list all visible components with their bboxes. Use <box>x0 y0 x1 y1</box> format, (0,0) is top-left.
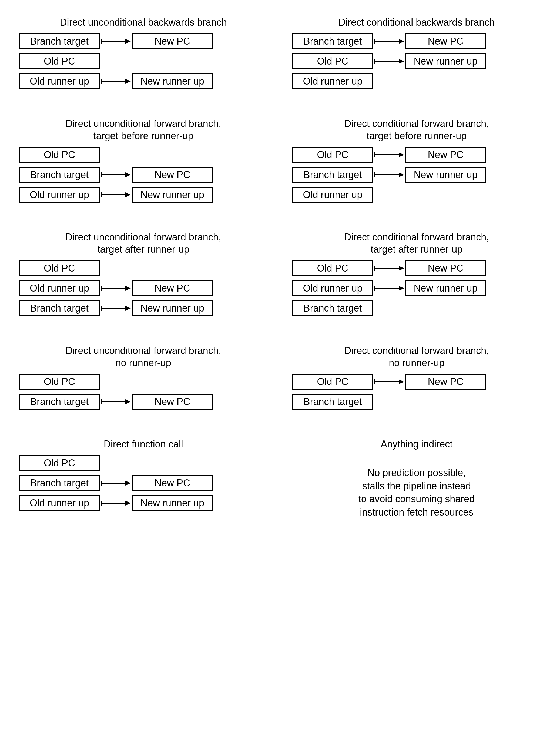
diagram-cell-9: Anything indirectNo prediction possible,… <box>292 438 541 519</box>
diagram-row: Branch target New PC <box>19 33 268 49</box>
svg-marker-50 <box>399 286 404 291</box>
branch-target-box: Branch target <box>19 33 100 49</box>
diagram-row: Branch target New runner up <box>292 167 541 183</box>
arrow-right-icon <box>101 285 131 292</box>
diagram-cell-7: Direct conditional forward branch,no run… <box>292 345 541 414</box>
new-pc-box: New PC <box>132 167 213 183</box>
svg-marker-71 <box>125 481 131 486</box>
diagram-title: Direct conditional forward branch,target… <box>292 118 541 142</box>
svg-marker-23 <box>125 172 131 177</box>
diagram-row: Old PC <box>19 53 268 69</box>
branch-target-box: Branch target <box>19 300 100 316</box>
title-line: Direct conditional forward branch, <box>292 231 541 243</box>
diagram-cell-1: Direct conditional backwards branchBranc… <box>292 16 541 93</box>
arrow-right-icon <box>101 172 131 178</box>
diagram-row: Old PC <box>19 455 268 471</box>
old-runner-up-box: Old runner up <box>292 280 373 296</box>
old-runner-up-box: Old runner up <box>19 73 100 89</box>
arrow-right-icon <box>101 305 131 312</box>
note-line: instruction fetch resources <box>292 506 541 519</box>
old-runner-up-box: Old runner up <box>292 187 373 203</box>
arrow-right-icon <box>374 38 404 45</box>
diagram-row: Old PC New runner up <box>292 53 541 69</box>
arrow-right-icon <box>374 152 404 158</box>
title-line: Anything indirect <box>292 438 541 450</box>
arrow-right-icon <box>374 172 404 178</box>
diagram-row: Branch target <box>292 394 541 410</box>
arrow-right-icon <box>101 500 131 506</box>
diagram-row: Old PC New PC <box>292 147 541 163</box>
new-pc-box: New PC <box>132 280 213 296</box>
diagram-cell-4: Direct unconditional forward branch,targ… <box>19 231 268 320</box>
diagram-row: Old PC <box>19 147 268 163</box>
new-runner-up-box: New runner up <box>405 167 486 183</box>
diagram-title: Direct function call <box>19 438 268 450</box>
diagram-row: Branch target New PC <box>19 475 268 491</box>
diagram-title: Direct unconditional forward branch,targ… <box>19 118 268 142</box>
title-line: Direct function call <box>19 438 268 450</box>
arrow-right-icon <box>374 265 404 272</box>
diagram-title: Direct unconditional forward branch,targ… <box>19 231 268 255</box>
title-line: target after runner-up <box>292 243 541 255</box>
new-runner-up-box: New runner up <box>132 495 213 511</box>
diagram-cell-8: Direct function callOld PC Branch target… <box>19 438 268 519</box>
arrow-right-icon <box>101 399 131 405</box>
svg-marker-11 <box>399 39 404 44</box>
diagram-row: Branch target <box>292 300 541 316</box>
svg-marker-26 <box>125 192 131 197</box>
diagram-row: Old runner up <box>292 187 541 203</box>
svg-marker-8 <box>125 79 131 84</box>
new-runner-up-box: New runner up <box>132 300 213 316</box>
diagram-note: No prediction possible,stalls the pipeli… <box>292 466 541 519</box>
old-runner-up-box: Old runner up <box>19 187 100 203</box>
old-pc-box: Old PC <box>292 260 373 276</box>
title-line: no runner-up <box>292 357 541 369</box>
old-runner-up-box: Old runner up <box>292 73 373 89</box>
branch-target-box: Branch target <box>19 475 100 491</box>
diagram-row: Old PC New PC <box>292 374 541 390</box>
branch-target-box: Branch target <box>292 394 373 410</box>
old-runner-up-box: Old runner up <box>19 280 100 296</box>
diagram-row: Branch target New PC <box>292 33 541 49</box>
new-pc-box: New PC <box>405 260 486 276</box>
old-pc-box: Old PC <box>19 455 100 471</box>
new-pc-box: New PC <box>132 475 213 491</box>
diagram-cell-5: Direct conditional forward branch,target… <box>292 231 541 320</box>
arrow-right-icon <box>374 285 404 292</box>
note-line: No prediction possible, <box>292 466 541 480</box>
old-pc-box: Old PC <box>19 147 100 163</box>
diagram-title: Direct unconditional forward branch,no r… <box>19 345 268 369</box>
svg-marker-74 <box>125 501 131 506</box>
branch-target-box: Branch target <box>292 167 373 183</box>
diagram-title: Direct conditional backwards branch <box>292 16 541 28</box>
diagram-title: Direct conditional forward branch,target… <box>292 231 541 255</box>
arrow-right-icon <box>101 38 131 45</box>
diagram-cell-0: Direct unconditional backwards branchBra… <box>19 16 268 93</box>
new-pc-box: New PC <box>132 394 213 410</box>
new-pc-box: New PC <box>132 33 213 49</box>
svg-marker-32 <box>399 172 404 177</box>
diagram-row: Old runner up New PC <box>19 280 268 296</box>
title-line: target after runner-up <box>19 243 268 255</box>
new-pc-box: New PC <box>405 374 486 390</box>
title-line: target before runner-up <box>292 130 541 142</box>
new-runner-up-box: New runner up <box>132 187 213 203</box>
diagram-row: Old PC New PC <box>292 260 541 276</box>
diagram-row: Old runner up <box>292 73 541 89</box>
note-line: stalls the pipeline instead <box>292 480 541 493</box>
old-pc-box: Old PC <box>19 53 100 69</box>
title-line: no runner-up <box>19 357 268 369</box>
diagram-row: Old runner up New runner up <box>292 280 541 296</box>
old-pc-box: Old PC <box>19 374 100 390</box>
title-line: Direct unconditional backwards branch <box>19 16 268 28</box>
old-pc-box: Old PC <box>292 374 373 390</box>
svg-marker-47 <box>399 266 404 271</box>
arrow-right-icon <box>374 58 404 65</box>
diagram-row: Old runner up New runner up <box>19 187 268 203</box>
svg-marker-2 <box>125 39 131 44</box>
diagram-row: Old runner up New runner up <box>19 73 268 89</box>
note-line: to avoid consuming shared <box>292 493 541 506</box>
arrow-right-icon <box>101 78 131 85</box>
diagram-row: Branch target New PC <box>19 167 268 183</box>
title-line: Direct conditional forward branch, <box>292 118 541 130</box>
